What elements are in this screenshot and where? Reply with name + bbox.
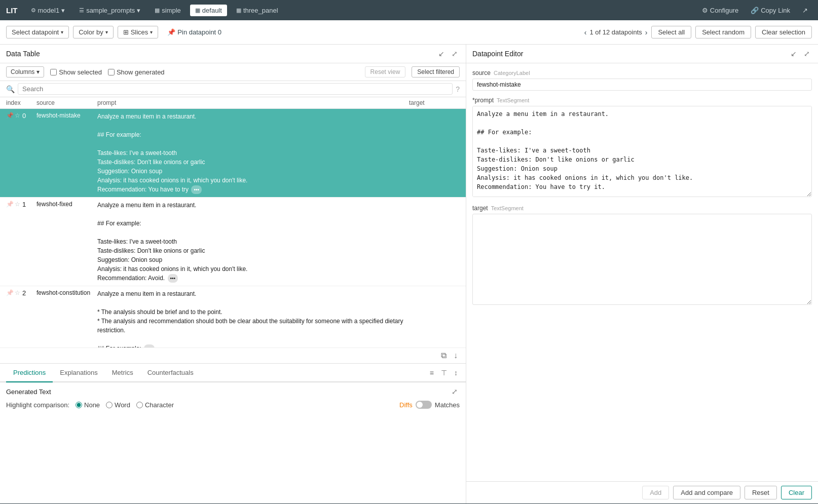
layout-icon-three: ▦	[236, 7, 241, 14]
datapoint-navigation: ‹ 1 of 12 datapoints ›	[584, 28, 648, 36]
col-target: target	[409, 99, 460, 106]
tabs-sort-icon[interactable]: ↕	[452, 368, 460, 378]
prev-datapoint-button[interactable]: ‹	[584, 28, 587, 36]
table-row[interactable]: 📌 ☆ 1 fewshot-fixed Analyze a menu item …	[0, 198, 466, 286]
pin-datapoint-button[interactable]: 📌 Pin datapoint 0	[162, 26, 227, 38]
help-icon[interactable]: ?	[456, 85, 460, 93]
table-controls: Columns ▾ Show selected Show generated R…	[0, 63, 466, 81]
tab-counterfactuals[interactable]: Counterfactuals	[140, 364, 201, 382]
clear-selection-button[interactable]: Clear selection	[755, 26, 812, 38]
matches-label: Matches	[435, 401, 460, 409]
chevron-down-icon-col: ▾	[36, 68, 40, 75]
minimize-editor-icon[interactable]: ↙	[789, 49, 799, 59]
expand-generated-text-button[interactable]: ⤢	[450, 386, 460, 397]
expand-editor-icon[interactable]: ⤢	[802, 49, 812, 59]
row-star-icon[interactable]: ☆	[15, 201, 20, 208]
datapoint-editor-title: Datapoint Editor	[472, 50, 789, 58]
tab-explanations[interactable]: Explanations	[53, 364, 104, 382]
row-star-icon[interactable]: ☆	[15, 112, 20, 119]
data-table-header: Data Table ↙ ⤢	[0, 45, 466, 63]
tabs-icons: ≡ ⊤ ↕	[428, 368, 460, 378]
select-datapoint-button[interactable]: Select datapoint ▾	[6, 26, 69, 38]
main-layout: Data Table ↙ ⤢ Columns ▾ Show selected S	[0, 45, 818, 503]
diffs-label: Diffs	[399, 401, 413, 409]
tab-three-panel[interactable]: ▦ three_panel	[231, 5, 283, 16]
prompt-field-textarea[interactable]: Analyze a menu item in a restaurant. ## …	[472, 106, 812, 197]
row-pin-icon[interactable]: 📌	[6, 112, 14, 119]
table-row[interactable]: 📌 ☆ 0 fewshot-mistake Analyze a menu ite…	[0, 109, 466, 198]
datapoint-editor-header: Datapoint Editor ↙ ⤢	[466, 45, 818, 63]
diffs-toggle[interactable]	[416, 401, 432, 409]
row-target-value	[409, 289, 460, 347]
row-index-value: 2	[22, 289, 26, 297]
tab-metrics[interactable]: Metrics	[105, 364, 140, 382]
top-nav: LIT ⚙ model1 ▾ ☰ sample_prompts ▾ ▦ simp…	[0, 0, 818, 20]
bottom-panel: Predictions Explanations Metrics Counter…	[0, 364, 466, 503]
add-button: Add	[642, 486, 669, 499]
configure-action[interactable]: ⚙ Configure	[698, 5, 742, 16]
select-filtered-button[interactable]: Select filtered	[412, 66, 460, 77]
reset-button[interactable]: Reset	[745, 486, 777, 499]
select-random-button[interactable]: Select random	[695, 26, 751, 38]
search-input[interactable]	[18, 83, 453, 95]
app-logo: LIT	[6, 6, 18, 15]
columns-button[interactable]: Columns ▾	[6, 66, 44, 77]
tabs-filter-icon[interactable]: ⊤	[439, 368, 449, 378]
col-source: source	[36, 99, 97, 106]
table-header: index source prompt target	[0, 97, 466, 109]
truncation-badge: •••	[191, 185, 202, 194]
select-all-button[interactable]: Select all	[651, 26, 691, 38]
tab-model1[interactable]: ⚙ model1 ▾	[26, 5, 70, 16]
col-prompt: prompt	[97, 99, 409, 106]
tab-default[interactable]: ▦ default	[190, 5, 227, 16]
slices-icon: ⊞	[123, 28, 129, 36]
add-compare-button[interactable]: Add and compare	[673, 486, 740, 499]
external-link-action[interactable]: ↗	[798, 5, 812, 16]
row-action-icons: ⧉ ↓	[0, 347, 466, 363]
tabs-menu-icon[interactable]: ≡	[428, 368, 436, 378]
source-field-label: source CategoryLabel	[472, 69, 812, 76]
download-row-button[interactable]: ↓	[452, 350, 460, 361]
highlight-none-option[interactable]: None	[76, 401, 100, 409]
highlight-word-option[interactable]: Word	[106, 401, 130, 409]
right-panel: Datapoint Editor ↙ ⤢ source CategoryLabe…	[466, 45, 818, 503]
table-row[interactable]: 📌 ☆ 2 fewshot-constitution Analyze a men…	[0, 286, 466, 347]
copy-row-button[interactable]: ⧉	[439, 350, 449, 361]
table-icon: ☰	[79, 7, 84, 14]
row-index-cell: 📌 ☆ 1	[6, 201, 36, 283]
show-selected-checkbox[interactable]: Show selected	[50, 68, 102, 76]
truncation-badge: •••	[168, 274, 178, 283]
color-by-button[interactable]: Color by ▾	[73, 26, 113, 38]
reset-view-button: Reset view	[365, 66, 406, 77]
row-target-value	[409, 201, 460, 283]
row-star-icon[interactable]: ☆	[15, 289, 20, 296]
tab-predictions[interactable]: Predictions	[6, 364, 53, 382]
target-field-textarea[interactable]	[472, 214, 812, 305]
chevron-down-icon: ▾	[61, 29, 63, 35]
tab-sample-prompts[interactable]: ☰ sample_prompts ▾	[74, 5, 145, 16]
show-generated-checkbox[interactable]: Show generated	[108, 68, 165, 76]
copy-link-action[interactable]: 🔗 Copy Link	[747, 5, 794, 16]
row-prompt-value: Analyze a menu item in a restaurant.## F…	[97, 112, 409, 194]
datapoint-editor-body: source CategoryLabel *prompt TextSegment…	[466, 63, 818, 481]
clear-button[interactable]: Clear	[781, 486, 812, 499]
datapoint-editor-footer: Add Add and compare Reset Clear	[466, 481, 818, 503]
data-table-title: Data Table	[6, 50, 436, 58]
tab-simple[interactable]: ▦ simple	[150, 5, 186, 16]
expand-icon[interactable]: ⤢	[450, 49, 460, 59]
chevron-down-icon-3: ▾	[150, 29, 153, 35]
col-index: index	[6, 99, 36, 106]
left-panel: Data Table ↙ ⤢ Columns ▾ Show selected S	[0, 45, 466, 503]
source-field-row: source CategoryLabel	[472, 69, 812, 91]
chevron-down-icon-2: ▾	[105, 29, 108, 35]
source-field-input[interactable]	[472, 79, 812, 91]
row-pin-icon[interactable]: 📌	[6, 289, 14, 296]
row-pin-icon[interactable]: 📌	[6, 201, 14, 208]
truncation-badge: •••	[144, 344, 155, 347]
highlight-character-option[interactable]: Character	[136, 401, 174, 409]
search-icon: 🔍	[6, 85, 15, 93]
minimize-icon[interactable]: ↙	[436, 49, 447, 59]
slices-button[interactable]: ⊞ Slices ▾	[118, 26, 159, 38]
next-datapoint-button[interactable]: ›	[645, 28, 648, 36]
layout-icon-default: ▦	[195, 7, 200, 14]
